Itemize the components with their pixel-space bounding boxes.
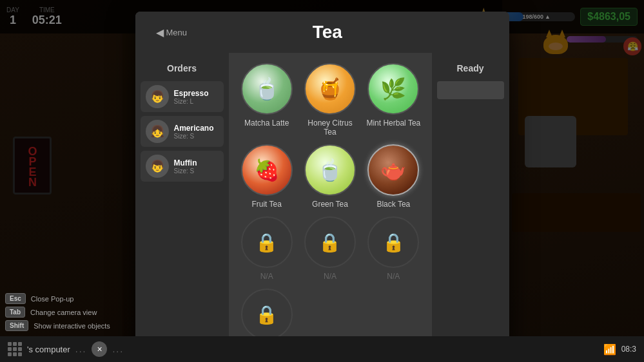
menu-item-locked-3: 🔒 N/A: [366, 216, 421, 281]
back-button[interactable]: ◀ Menu: [151, 24, 193, 41]
menu-item-black-tea[interactable]: 🫖 Black Tea: [366, 144, 421, 209]
fruit-tea-image: 🍓: [241, 144, 293, 196]
order-info-espresso: Espresso Size: L: [174, 89, 219, 105]
menu-item-fruit-tea[interactable]: 🍓 Fruit Tea: [239, 144, 295, 209]
matcha-latte-image: 🍵: [241, 63, 293, 115]
matcha-latte-icon: 🍵: [254, 77, 280, 101]
order-item-americano[interactable]: 👧 Americano Size: S: [141, 116, 224, 147]
ready-title: Ready: [437, 63, 504, 73]
lock-4-icon: 🔒: [255, 304, 278, 325]
menu-item-locked-2: 🔒 N/A: [302, 216, 358, 281]
dots-left: ...: [75, 344, 87, 354]
shift-key: Shift: [5, 320, 28, 331]
close-button[interactable]: ×: [92, 341, 107, 357]
orders-title: Orders: [141, 63, 224, 73]
order-info-muffin: Muffin Size: S: [174, 158, 219, 175]
tab-key: Tab: [5, 307, 25, 318]
black-tea-label: Black Tea: [376, 200, 410, 209]
modal-title: Tea: [200, 22, 454, 43]
green-tea-icon: 🍵: [317, 158, 343, 182]
honey-citrus-icon: 🍯: [317, 77, 343, 101]
wifi-icon: 📶: [603, 343, 616, 356]
americano-emoji: 👧: [150, 124, 164, 138]
locked-3-image: 🔒: [367, 216, 419, 268]
espresso-emoji: 👦: [150, 90, 164, 104]
order-name-americano: Americano: [174, 124, 219, 133]
locked-2-label: N/A: [324, 272, 337, 281]
menu-item-honey-citrus[interactable]: 🍯 Honey Citrus Tea: [302, 63, 358, 137]
shortcut-row-shift: Shift Show interactive objects: [5, 320, 110, 331]
bottom-bar: 's computer ... × ... 📶 08:3: [0, 336, 644, 362]
shortcut-row-esc: Esc Close Pop-up: [5, 293, 110, 304]
computer-name: 's computer: [27, 345, 70, 354]
locked-3-label: N/A: [387, 272, 400, 281]
fruit-tea-icon: 🍓: [254, 158, 280, 182]
back-label: Menu: [166, 28, 188, 37]
locked-1-label: N/A: [260, 272, 273, 281]
orders-panel: Orders 👦 Espresso Size: L 👧: [135, 53, 229, 362]
order-info-americano: Americano Size: S: [174, 124, 219, 140]
dots-right: ...: [112, 344, 124, 354]
modal-body: Orders 👦 Espresso Size: L 👧: [135, 53, 509, 362]
esc-key: Esc: [5, 293, 26, 304]
mint-herbal-image: 🌿: [367, 63, 419, 115]
lock-2-icon: 🔒: [318, 232, 341, 253]
menu-panel: ◀ Menu Tea Orders 👦 Espresso Size: L: [135, 12, 509, 362]
fruit-tea-label: Fruit Tea: [251, 200, 281, 209]
order-avatar-muffin: 👦: [146, 155, 169, 178]
mint-herbal-icon: 🌿: [380, 77, 406, 101]
order-item-muffin[interactable]: 👦 Muffin Size: S: [141, 151, 224, 182]
tea-menu-grid: 🍵 Matcha Latte 🍯 Honey Citrus Tea: [239, 63, 422, 353]
mint-herbal-label: Mint Herbal Tea: [366, 119, 420, 128]
modal-header: ◀ Menu Tea: [135, 12, 509, 53]
honey-citrus-label: Honey Citrus Tea: [302, 119, 358, 137]
bottom-time: 08:3: [621, 345, 636, 354]
locked-2-image: 🔒: [304, 216, 356, 268]
menu-item-matcha-latte[interactable]: 🍵 Matcha Latte: [239, 63, 295, 137]
ready-slot: [437, 81, 504, 99]
locked-1-image: 🔒: [241, 216, 293, 268]
shortcuts-panel: Esc Close Pop-up Tab Change camera view …: [5, 293, 110, 331]
order-item-espresso[interactable]: 👦 Espresso Size: L: [141, 81, 224, 112]
muffin-emoji: 👦: [150, 159, 164, 173]
order-avatar-americano: 👧: [146, 120, 169, 143]
order-size-muffin: Size: S: [174, 167, 219, 175]
tab-label: Change camera view: [30, 309, 97, 316]
shift-label: Show interactive objects: [34, 322, 110, 330]
green-tea-image: 🍵: [304, 144, 356, 196]
tea-menu-panel: 🍵 Matcha Latte 🍯 Honey Citrus Tea: [229, 53, 432, 362]
order-avatar-espresso: 👦: [146, 85, 169, 108]
menu-item-mint-herbal[interactable]: 🌿 Mint Herbal Tea: [366, 63, 421, 137]
lock-3-icon: 🔒: [382, 232, 405, 253]
order-name-espresso: Espresso: [174, 89, 219, 98]
order-size-americano: Size: S: [174, 133, 219, 140]
menu-item-locked-1: 🔒 N/A: [239, 216, 295, 281]
ready-panel: Ready: [432, 53, 509, 362]
order-name-muffin: Muffin: [174, 158, 219, 167]
lock-1-icon: 🔒: [255, 232, 278, 253]
black-tea-image: 🫖: [367, 144, 419, 196]
order-size-espresso: Size: L: [174, 98, 219, 105]
back-arrow-icon: ◀: [156, 26, 164, 39]
honey-citrus-image: 🍯: [304, 63, 356, 115]
esc-label: Close Pop-up: [31, 295, 74, 303]
grid-icon[interactable]: [8, 342, 22, 356]
black-tea-icon: 🫖: [380, 158, 406, 182]
green-tea-label: Green Tea: [312, 200, 348, 209]
matcha-latte-label: Matcha Latte: [244, 119, 289, 128]
menu-item-green-tea[interactable]: 🍵 Green Tea: [302, 144, 358, 209]
locked-4-image: 🔒: [241, 289, 293, 340]
shortcut-row-tab: Tab Change camera view: [5, 307, 110, 318]
